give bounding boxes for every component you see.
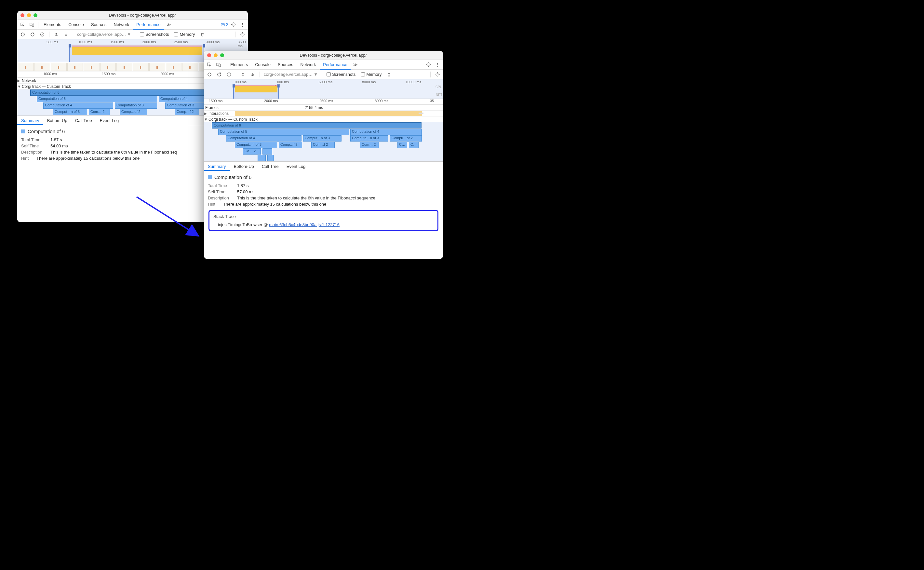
flame-chart[interactable]: Computation of 6 Computation of 5 Comput… [204, 122, 443, 161]
device-mode-icon[interactable] [214, 61, 223, 69]
flame-bar[interactable]: Comput…n of 3 [235, 142, 277, 148]
tab-sources[interactable]: Sources [88, 20, 110, 30]
dtab-calltree[interactable]: Call Tree [71, 116, 96, 125]
flame-bar[interactable]: Computation of 4 [350, 129, 422, 135]
overflow-tabs-icon[interactable]: ≫ [165, 20, 173, 29]
maximize-icon[interactable] [34, 13, 37, 17]
url-selector[interactable]: corgi-collage.vercel.app…▼ [76, 32, 132, 37]
minimize-icon[interactable] [214, 54, 217, 57]
dtab-bottomup[interactable]: Bottom-Up [230, 162, 258, 171]
settings-gear-icon[interactable] [238, 30, 246, 39]
stack-trace-box: Stack Trace injectTimingsToBrowser @ mai… [208, 210, 438, 231]
download-icon[interactable] [62, 30, 70, 39]
upload-icon[interactable] [239, 70, 247, 79]
close-icon[interactable] [207, 54, 211, 57]
flame-bar[interactable]: Co… 2 [243, 149, 261, 155]
kebab-icon[interactable]: ⋮ [238, 20, 246, 29]
flame-bar[interactable]: Computation of 6 [212, 122, 422, 129]
flame-bar[interactable]: Comput…n of 3 [303, 135, 341, 141]
cpu-activity-bar [235, 86, 277, 92]
custom-track[interactable]: ▼Corgi track — Custom Track [204, 116, 443, 122]
issues-badge[interactable]: 2 [220, 22, 228, 27]
flame-bar[interactable]: Computation of 4 [226, 135, 301, 141]
reload-icon[interactable] [215, 70, 223, 79]
overflow-tabs-icon[interactable]: ≫ [351, 61, 360, 69]
screenshots-checkbox[interactable]: Screenshots [324, 72, 358, 77]
flame-bar[interactable] [263, 149, 272, 155]
inspect-icon[interactable] [18, 20, 27, 29]
svg-rect-13 [219, 64, 220, 67]
memory-checkbox[interactable]: Memory [359, 72, 384, 77]
flame-bar[interactable]: Computation of 3 [115, 103, 157, 109]
flame-bar[interactable]: Com… 2 [89, 109, 110, 115]
dtab-summary[interactable]: Summary [204, 162, 230, 171]
tab-network[interactable]: Network [110, 20, 133, 30]
window-title: DevTools - corgi-collage.vercel.app/ [227, 53, 440, 58]
dtab-eventlog[interactable]: Event Log [96, 116, 123, 125]
kebab-icon[interactable]: ⋮ [433, 61, 442, 69]
flame-bar[interactable]: Comput…n of 3 [53, 109, 87, 115]
device-mode-icon[interactable] [28, 20, 36, 29]
flame-bar[interactable]: Computation of 5 [218, 129, 349, 135]
tab-sources[interactable]: Sources [274, 60, 297, 70]
url-selector[interactable]: corgi-collage.vercel.app…▼ [263, 72, 319, 77]
dtab-summary[interactable]: Summary [17, 116, 43, 125]
stack-trace-link[interactable]: main.63cb5c4bde8be90a.js:1:122716 [269, 222, 340, 227]
flame-bar[interactable] [267, 155, 274, 161]
tab-console[interactable]: Console [252, 60, 274, 70]
record-icon[interactable] [205, 70, 214, 79]
summary-title: Computation of 6 [214, 175, 251, 180]
flame-bar[interactable]: Comp…f 2 [279, 142, 302, 148]
download-icon[interactable] [248, 70, 257, 79]
frames-track[interactable]: Frames 2155.4 ms [204, 105, 443, 110]
flame-bar[interactable]: Comp…f 2 [175, 109, 199, 115]
svg-point-14 [428, 64, 429, 65]
tab-elements[interactable]: Elements [227, 60, 251, 70]
flame-bar[interactable]: Computation of 4 [43, 103, 113, 109]
reload-icon[interactable] [28, 30, 37, 39]
gear-icon[interactable] [424, 61, 433, 69]
flame-bar[interactable]: Comp…of 2 [120, 109, 147, 115]
close-icon[interactable] [20, 13, 24, 17]
trash-icon[interactable] [198, 30, 207, 39]
minimize-icon[interactable] [27, 13, 31, 17]
tab-performance[interactable]: Performance [133, 20, 164, 30]
tab-console[interactable]: Console [65, 20, 87, 30]
summary-panel: Computation of 6 Total Time1.87 s Self T… [204, 171, 443, 259]
flame-bar[interactable] [258, 155, 266, 161]
svg-line-9 [41, 33, 44, 36]
upload-icon[interactable] [52, 30, 61, 39]
timeline-overview[interactable]: 000 ms 000 ms 6000 ms 8000 ms 10000 ms ▐… [204, 80, 443, 99]
svg-point-15 [208, 73, 211, 76]
memory-checkbox[interactable]: Memory [172, 32, 197, 37]
tab-performance[interactable]: Performance [320, 60, 350, 70]
tab-network[interactable]: Network [297, 60, 320, 70]
dtab-bottomup[interactable]: Bottom-Up [43, 116, 71, 125]
inspect-icon[interactable] [205, 61, 214, 69]
interactions-track[interactable]: ▶Interactions [204, 110, 443, 116]
maximize-icon[interactable] [220, 54, 224, 57]
screenshots-checkbox[interactable]: Screenshots [138, 32, 171, 37]
devtools-window-b: DevTools - corgi-collage.vercel.app/ Ele… [204, 51, 443, 259]
titlebar: DevTools - corgi-collage.vercel.app/ [17, 11, 248, 20]
flame-bar[interactable]: Computation of 5 [37, 96, 157, 102]
record-icon[interactable] [18, 30, 27, 39]
panel-tabs: Elements Console Sources Network Perform… [17, 20, 248, 30]
clear-icon[interactable] [225, 70, 233, 79]
settings-gear-icon[interactable] [433, 70, 442, 79]
svg-rect-3 [221, 23, 225, 26]
flame-bar[interactable]: C… [398, 142, 407, 148]
dtab-calltree[interactable]: Call Tree [258, 162, 283, 171]
gear-icon[interactable] [229, 20, 237, 29]
clear-icon[interactable] [38, 30, 46, 39]
flame-bar[interactable]: Com… 2 [360, 142, 379, 148]
flame-bar[interactable]: Com…f 2 [311, 142, 335, 148]
flame-bar[interactable]: Compu…of 2 [390, 135, 422, 141]
color-chip [208, 175, 212, 179]
dtab-eventlog[interactable]: Event Log [283, 162, 310, 171]
flame-bar[interactable]: C… [409, 142, 419, 148]
flame-bar[interactable]: Computa…n of 3 [350, 135, 389, 141]
trash-icon[interactable] [385, 70, 393, 79]
tab-elements[interactable]: Elements [40, 20, 64, 30]
traffic-lights [20, 13, 37, 17]
